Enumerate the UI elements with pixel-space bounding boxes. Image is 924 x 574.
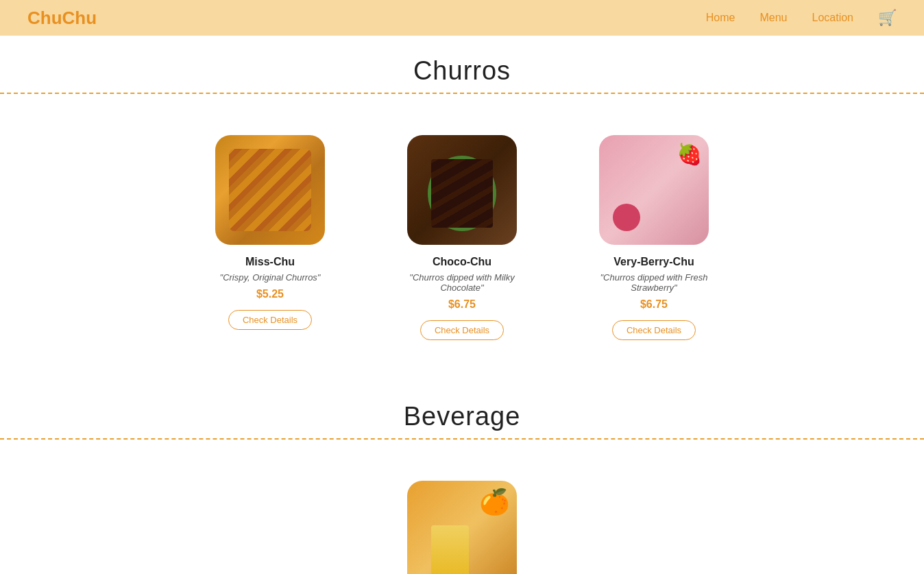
choco-chu-check-details-button[interactable]: Check Details [420,320,504,340]
menu-item-miss-chu: Miss-Chu "Crispy, Original Churros" $5.2… [202,135,339,340]
choco-chu-price: $6.75 [448,298,476,311]
choco-chu-desc: "Churros dipped with Milky Chocolate" [393,272,531,293]
brand-logo[interactable]: ChuChu [27,8,97,29]
very-berry-chu-price: $6.75 [640,298,668,311]
miss-chu-image [215,135,325,245]
churros-title: Churros [0,56,924,86]
choco-chu-name: Choco-Chu [433,256,491,268]
churros-divider [0,93,924,94]
miss-chu-check-details-button[interactable]: Check Details [228,310,312,330]
cart-icon[interactable]: 🛒 [878,9,897,27]
very-berry-chu-desc: "Churros dipped with Fresh Strawberry" [585,272,722,293]
beverage-title: Beverage [0,402,924,431]
menu-item-choco-chu: Choco-Chu "Churros dipped with Milky Cho… [393,135,531,340]
churros-section: Churros Miss-Chu "Crispy, Original Churr… [0,56,924,381]
churros-grid: Miss-Chu "Crispy, Original Churros" $5.2… [0,108,924,381]
very-berry-chu-name: Very-Berry-Chu [613,256,694,268]
miss-chu-name: Miss-Chu [245,256,295,268]
menu-item-orange-ju: Orange-Ju "Fresh Orange with Ice" [393,481,531,574]
beverage-grid: Orange-Ju "Fresh Orange with Ice" [0,453,924,574]
very-berry-chu-image [599,135,709,245]
nav-home[interactable]: Home [706,12,735,24]
miss-chu-desc: "Crispy, Original Churros" [220,272,321,283]
miss-chu-price: $5.25 [256,288,284,300]
nav-links: Home Menu Location 🛒 [706,9,897,27]
choco-chu-image [407,135,517,245]
nav-location[interactable]: Location [812,12,854,24]
navbar: ChuChu Home Menu Location 🛒 [0,0,924,36]
menu-item-very-berry-chu: Very-Berry-Chu "Churros dipped with Fres… [585,135,722,340]
beverage-section: Beverage Orange-Ju "Fresh Orange with Ic… [0,402,924,574]
nav-menu[interactable]: Menu [759,12,787,24]
very-berry-chu-check-details-button[interactable]: Check Details [612,320,696,340]
orange-ju-image [407,481,517,574]
beverage-divider [0,438,924,440]
